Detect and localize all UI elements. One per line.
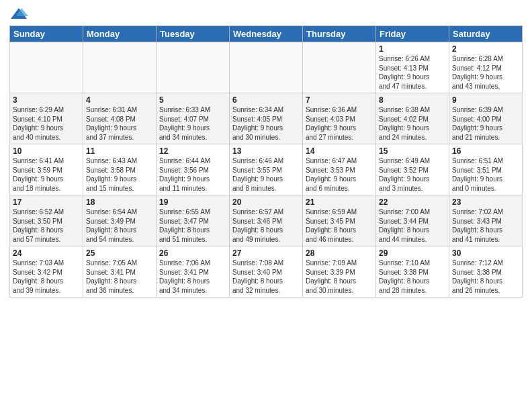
week-row-3: 17Sunrise: 6:52 AM Sunset: 3:50 PM Dayli… — [10, 195, 523, 246]
day-cell: 13Sunrise: 6:46 AM Sunset: 3:55 PM Dayli… — [230, 144, 303, 195]
day-number: 20 — [232, 197, 300, 207]
day-number: 9 — [452, 95, 519, 105]
day-number: 15 — [379, 146, 446, 156]
day-info: Sunrise: 6:52 AM Sunset: 3:50 PM Dayligh… — [13, 208, 80, 244]
day-number: 19 — [159, 197, 226, 207]
day-info: Sunrise: 6:43 AM Sunset: 3:58 PM Dayligh… — [86, 156, 153, 193]
day-number: 6 — [232, 95, 300, 105]
day-number: 26 — [159, 248, 226, 258]
day-cell: 10Sunrise: 6:41 AM Sunset: 3:59 PM Dayli… — [10, 144, 83, 195]
day-info: Sunrise: 6:29 AM Sunset: 4:10 PM Dayligh… — [13, 105, 80, 142]
day-number: 8 — [379, 95, 446, 105]
day-number: 30 — [452, 248, 519, 258]
day-info: Sunrise: 6:44 AM Sunset: 3:56 PM Dayligh… — [159, 156, 226, 193]
week-row-0: 1Sunrise: 6:26 AM Sunset: 4:13 PM Daylig… — [10, 42, 523, 93]
day-number: 24 — [13, 248, 80, 258]
day-info: Sunrise: 7:05 AM Sunset: 3:41 PM Dayligh… — [86, 259, 153, 295]
day-cell — [230, 42, 303, 93]
day-cell: 4Sunrise: 6:31 AM Sunset: 4:08 PM Daylig… — [83, 93, 157, 144]
day-cell: 3Sunrise: 6:29 AM Sunset: 4:10 PM Daylig… — [10, 93, 83, 144]
day-cell: 15Sunrise: 6:49 AM Sunset: 3:52 PM Dayli… — [376, 144, 449, 195]
day-number: 10 — [13, 146, 80, 156]
day-info: Sunrise: 6:34 AM Sunset: 4:05 PM Dayligh… — [232, 105, 300, 142]
day-cell: 27Sunrise: 7:08 AM Sunset: 3:40 PM Dayli… — [230, 246, 303, 298]
day-info: Sunrise: 6:33 AM Sunset: 4:07 PM Dayligh… — [159, 105, 226, 142]
day-number: 7 — [306, 95, 373, 105]
day-cell: 17Sunrise: 6:52 AM Sunset: 3:50 PM Dayli… — [10, 195, 83, 246]
calendar: SundayMondayTuesdayWednesdayThursdayFrid… — [9, 26, 523, 298]
header-thursday: Thursday — [303, 26, 376, 42]
day-cell: 24Sunrise: 7:03 AM Sunset: 3:42 PM Dayli… — [10, 246, 83, 298]
day-info: Sunrise: 7:00 AM Sunset: 3:44 PM Dayligh… — [379, 208, 446, 244]
day-info: Sunrise: 6:49 AM Sunset: 3:52 PM Dayligh… — [379, 156, 446, 193]
day-number: 14 — [306, 146, 373, 156]
day-number: 12 — [159, 146, 226, 156]
day-number: 29 — [379, 248, 446, 258]
day-cell: 9Sunrise: 6:39 AM Sunset: 4:00 PM Daylig… — [449, 93, 523, 144]
day-cell: 7Sunrise: 6:36 AM Sunset: 4:03 PM Daylig… — [303, 93, 376, 144]
day-info: Sunrise: 7:12 AM Sunset: 3:38 PM Dayligh… — [452, 259, 519, 295]
day-cell: 18Sunrise: 6:54 AM Sunset: 3:49 PM Dayli… — [83, 195, 157, 246]
day-info: Sunrise: 7:08 AM Sunset: 3:40 PM Dayligh… — [232, 259, 300, 295]
day-info: Sunrise: 6:57 AM Sunset: 3:46 PM Dayligh… — [232, 208, 300, 244]
day-info: Sunrise: 6:41 AM Sunset: 3:59 PM Dayligh… — [13, 156, 80, 193]
day-info: Sunrise: 6:47 AM Sunset: 3:53 PM Dayligh… — [306, 156, 373, 193]
day-info: Sunrise: 6:38 AM Sunset: 4:02 PM Dayligh… — [379, 105, 446, 142]
day-info: Sunrise: 7:09 AM Sunset: 3:39 PM Dayligh… — [306, 259, 373, 295]
day-cell: 16Sunrise: 6:51 AM Sunset: 3:51 PM Dayli… — [449, 144, 523, 195]
header-wednesday: Wednesday — [230, 26, 303, 42]
day-cell: 8Sunrise: 6:38 AM Sunset: 4:02 PM Daylig… — [376, 93, 449, 144]
day-cell: 6Sunrise: 6:34 AM Sunset: 4:05 PM Daylig… — [230, 93, 303, 144]
day-info: Sunrise: 6:59 AM Sunset: 3:45 PM Dayligh… — [306, 208, 373, 244]
day-cell: 21Sunrise: 6:59 AM Sunset: 3:45 PM Dayli… — [303, 195, 376, 246]
day-number: 2 — [452, 44, 519, 54]
day-cell: 22Sunrise: 7:00 AM Sunset: 3:44 PM Dayli… — [376, 195, 449, 246]
day-number: 18 — [86, 197, 153, 207]
day-info: Sunrise: 7:06 AM Sunset: 3:41 PM Dayligh… — [159, 259, 226, 295]
day-info: Sunrise: 7:02 AM Sunset: 3:43 PM Dayligh… — [452, 208, 519, 244]
page: SundayMondayTuesdayWednesdayThursdayFrid… — [0, 0, 532, 411]
day-info: Sunrise: 6:26 AM Sunset: 4:13 PM Dayligh… — [379, 54, 446, 91]
logo-icon — [9, 7, 28, 21]
day-info: Sunrise: 6:28 AM Sunset: 4:12 PM Dayligh… — [452, 54, 519, 91]
day-cell — [303, 42, 376, 93]
day-number: 5 — [159, 95, 226, 105]
day-cell: 1Sunrise: 6:26 AM Sunset: 4:13 PM Daylig… — [376, 42, 449, 93]
day-cell: 14Sunrise: 6:47 AM Sunset: 3:53 PM Dayli… — [303, 144, 376, 195]
week-row-1: 3Sunrise: 6:29 AM Sunset: 4:10 PM Daylig… — [10, 93, 523, 144]
day-cell: 12Sunrise: 6:44 AM Sunset: 3:56 PM Dayli… — [157, 144, 230, 195]
day-cell: 26Sunrise: 7:06 AM Sunset: 3:41 PM Dayli… — [157, 246, 230, 298]
week-row-4: 24Sunrise: 7:03 AM Sunset: 3:42 PM Dayli… — [10, 246, 523, 298]
day-number: 22 — [379, 197, 446, 207]
day-number: 23 — [452, 197, 519, 207]
day-cell: 29Sunrise: 7:10 AM Sunset: 3:38 PM Dayli… — [376, 246, 449, 298]
day-cell: 5Sunrise: 6:33 AM Sunset: 4:07 PM Daylig… — [157, 93, 230, 144]
day-cell: 20Sunrise: 6:57 AM Sunset: 3:46 PM Dayli… — [230, 195, 303, 246]
day-cell: 11Sunrise: 6:43 AM Sunset: 3:58 PM Dayli… — [83, 144, 157, 195]
logo — [9, 7, 31, 21]
day-number: 27 — [232, 248, 300, 258]
day-info: Sunrise: 6:55 AM Sunset: 3:47 PM Dayligh… — [159, 208, 226, 244]
day-info: Sunrise: 7:03 AM Sunset: 3:42 PM Dayligh… — [13, 259, 80, 295]
day-number: 1 — [379, 44, 446, 54]
week-row-2: 10Sunrise: 6:41 AM Sunset: 3:59 PM Dayli… — [10, 144, 523, 195]
day-info: Sunrise: 6:51 AM Sunset: 3:51 PM Dayligh… — [452, 156, 519, 193]
day-cell: 23Sunrise: 7:02 AM Sunset: 3:43 PM Dayli… — [449, 195, 523, 246]
header-tuesday: Tuesday — [157, 26, 230, 42]
day-number: 17 — [13, 197, 80, 207]
day-number: 11 — [86, 146, 153, 156]
day-info: Sunrise: 6:39 AM Sunset: 4:00 PM Dayligh… — [452, 105, 519, 142]
day-cell: 19Sunrise: 6:55 AM Sunset: 3:47 PM Dayli… — [157, 195, 230, 246]
day-cell — [83, 42, 157, 93]
header-sunday: Sunday — [10, 26, 83, 42]
header-friday: Friday — [376, 26, 449, 42]
day-info: Sunrise: 6:54 AM Sunset: 3:49 PM Dayligh… — [86, 208, 153, 244]
day-number: 28 — [306, 248, 373, 258]
day-cell: 30Sunrise: 7:12 AM Sunset: 3:38 PM Dayli… — [449, 246, 523, 298]
day-number: 4 — [86, 95, 153, 105]
day-number: 21 — [306, 197, 373, 207]
calendar-header-row: SundayMondayTuesdayWednesdayThursdayFrid… — [10, 26, 523, 42]
day-info: Sunrise: 7:10 AM Sunset: 3:38 PM Dayligh… — [379, 259, 446, 295]
day-info: Sunrise: 6:36 AM Sunset: 4:03 PM Dayligh… — [306, 105, 373, 142]
day-cell: 2Sunrise: 6:28 AM Sunset: 4:12 PM Daylig… — [449, 42, 523, 93]
